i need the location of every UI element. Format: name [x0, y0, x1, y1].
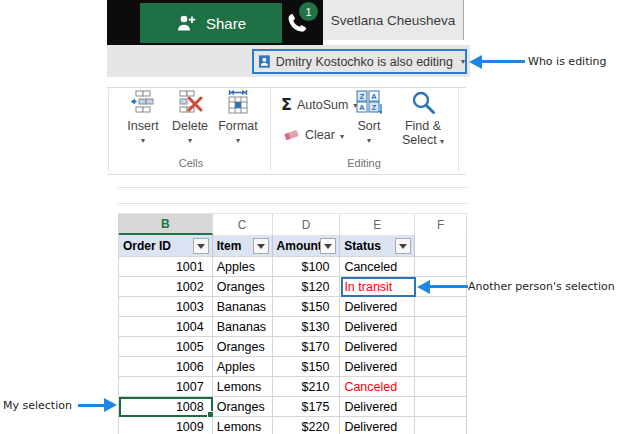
clear-label: Clear: [305, 128, 335, 142]
delete-cells-icon: [177, 89, 204, 116]
column-header-D[interactable]: D: [273, 214, 341, 235]
cell-item[interactable]: Lemons: [213, 417, 273, 434]
coauthor-presence-dropdown[interactable]: Dmitry Kostochko is also editing ▾: [252, 49, 467, 74]
cell-empty[interactable]: [415, 417, 467, 434]
cell-status[interactable]: Canceled: [340, 377, 415, 397]
cell-order-id[interactable]: 1003: [119, 297, 213, 317]
cell-item[interactable]: Apples: [213, 257, 273, 277]
column-header-B[interactable]: B: [119, 214, 213, 235]
svg-text:A: A: [359, 103, 365, 112]
chevron-down-icon: ▾: [236, 136, 240, 146]
svg-text:Z: Z: [372, 103, 377, 112]
my-selection-label: My selection: [3, 399, 72, 412]
cell-status[interactable]: Canceled: [340, 257, 415, 277]
cell-empty[interactable]: [415, 377, 467, 397]
header-cell-status[interactable]: Status: [340, 235, 415, 257]
cell-empty[interactable]: [415, 397, 467, 417]
cell-status[interactable]: Delivered: [340, 357, 415, 377]
header-text: Item: [217, 239, 242, 253]
filter-dropdown-button[interactable]: [193, 238, 209, 254]
cell-order-id[interactable]: 1006: [119, 357, 213, 377]
another-selection-label: Another person's selection: [468, 280, 615, 293]
cell-amount[interactable]: $120: [273, 277, 341, 297]
cell-status[interactable]: Delivered: [340, 297, 415, 317]
cell-order-id[interactable]: 1005: [119, 337, 213, 357]
chevron-down-icon: ▾: [340, 132, 344, 142]
editing-group-label: Editing: [270, 157, 458, 169]
table-row: 1007Lemons$210Canceled: [119, 377, 467, 397]
find-select-label-line2: Select ▾: [402, 133, 444, 149]
cell-status[interactable]: Delivered: [340, 317, 415, 337]
cell-order-id[interactable]: 1002: [119, 277, 213, 297]
cell-empty[interactable]: [415, 317, 467, 337]
cell-item[interactable]: Lemons: [213, 377, 273, 397]
chevron-down-icon: ▾: [188, 136, 192, 146]
chevron-down-icon: ▾: [461, 57, 465, 66]
cell-amount[interactable]: $130: [273, 317, 341, 337]
cell-status[interactable]: Delivered: [340, 417, 415, 434]
table-row: 1004Bananas$130Delivered: [119, 317, 467, 337]
cell-item[interactable]: Apples: [213, 357, 273, 377]
my-selection-arrow-line: [78, 404, 105, 407]
cell-amount[interactable]: $175: [273, 397, 341, 417]
sheet-top-divider: [118, 203, 467, 204]
cell-empty[interactable]: [415, 257, 467, 277]
person-icon: [259, 53, 270, 70]
cell-empty[interactable]: [415, 297, 467, 317]
filter-dropdown-button[interactable]: [395, 238, 411, 254]
table-header-row: Order IDItemAmountStatus: [119, 235, 467, 257]
cell-order-id[interactable]: 1007: [119, 377, 213, 397]
share-button[interactable]: Share: [140, 3, 282, 43]
call-button[interactable]: 1: [283, 0, 323, 45]
cell-amount[interactable]: $170: [273, 337, 341, 357]
cell-item[interactable]: Oranges: [213, 337, 273, 357]
cell-status[interactable]: Delivered: [340, 337, 415, 357]
who-editing-label: Who is editing: [528, 55, 607, 68]
filter-dropdown-button[interactable]: [320, 238, 336, 254]
ribbon-separator: [458, 89, 459, 171]
autosum-button[interactable]: Σ AutoSum ▾: [281, 95, 357, 114]
cell-item[interactable]: Oranges: [213, 397, 273, 417]
formula-bar-divider: [118, 187, 467, 188]
cell-amount[interactable]: $220: [273, 417, 341, 434]
cell-item[interactable]: Oranges: [213, 277, 273, 297]
ribbon-top-border: [107, 87, 466, 88]
cell-empty[interactable]: [415, 337, 467, 357]
cell-amount[interactable]: $210: [273, 377, 341, 397]
column-header-F[interactable]: F: [415, 214, 467, 235]
column-header-C[interactable]: C: [213, 214, 273, 235]
clear-button[interactable]: Clear ▾: [283, 128, 344, 142]
cell-empty[interactable]: [415, 357, 467, 377]
cell-order-id[interactable]: 1004: [119, 317, 213, 337]
delete-label: Delete: [172, 119, 208, 133]
header-text: Amount: [277, 239, 322, 253]
cell-amount[interactable]: $150: [273, 357, 341, 377]
header-cell-item[interactable]: Item: [213, 235, 273, 257]
table-row: 1003Bananas$150Delivered: [119, 297, 467, 317]
another-selection-arrow-line: [429, 285, 468, 288]
svg-text:Z: Z: [360, 92, 365, 101]
cell-item[interactable]: Bananas: [213, 297, 273, 317]
presence-text: Dmitry Kostochko is also editing: [276, 55, 453, 69]
cell-amount[interactable]: $150: [273, 297, 341, 317]
cell-amount[interactable]: $100: [273, 257, 341, 277]
table-row: 1009Lemons$220Delivered: [119, 417, 467, 434]
header-cell-empty[interactable]: [415, 235, 467, 257]
share-button-label: Share: [206, 15, 246, 32]
table-row: 1001Apples$100Canceled: [119, 257, 467, 277]
worksheet: BCDEF Order IDItemAmountStatus 1001Apple…: [118, 213, 467, 434]
user-name-panel[interactable]: Svetlana Cheusheva: [323, 0, 464, 40]
cell-order-id[interactable]: 1001: [119, 257, 213, 277]
cell-order-id[interactable]: 1009: [119, 417, 213, 434]
cell-status[interactable]: Delivered: [340, 397, 415, 417]
who-editing-arrow-line: [481, 60, 525, 63]
find-select-label-line1: Find &: [405, 119, 441, 133]
table-row: 1005Oranges$170Delivered: [119, 337, 467, 357]
header-cell-order-id[interactable]: Order ID: [119, 235, 213, 257]
user-name: Svetlana Cheusheva: [331, 13, 456, 28]
header-cell-amount[interactable]: Amount: [273, 235, 341, 257]
filter-dropdown-button[interactable]: [253, 238, 269, 254]
cell-item[interactable]: Bananas: [213, 317, 273, 337]
column-header-E[interactable]: E: [340, 214, 415, 235]
screenshot-root: Share 1 Svetlana Cheusheva Dmitry Kostoc…: [0, 0, 623, 434]
